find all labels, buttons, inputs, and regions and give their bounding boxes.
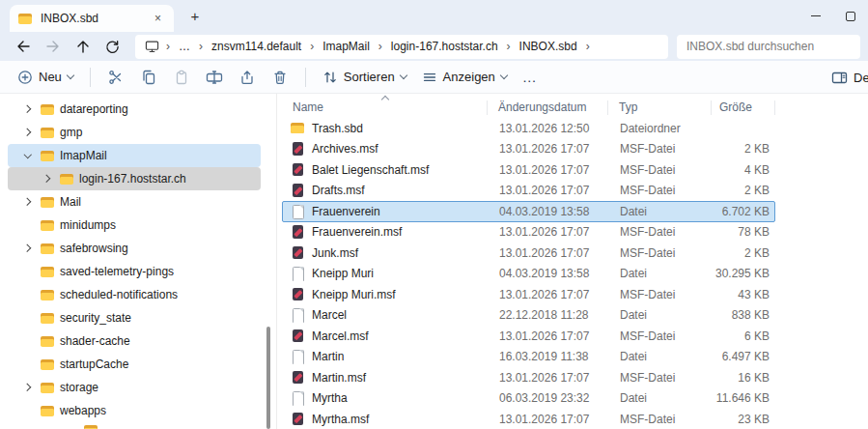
sidebar-item-shader-cache[interactable]: shader-cache — [8, 329, 261, 353]
paste-button[interactable] — [167, 64, 196, 91]
explorer-tab[interactable]: INBOX.sbd × — [10, 5, 174, 32]
delete-button[interactable] — [266, 64, 294, 91]
breadcrumb-segment-imapmail[interactable]: ImapMail — [321, 39, 372, 54]
sidebar-item-saved-telemetry-pings[interactable]: saved-telemetry-pings — [8, 260, 261, 283]
sidebar-item-gmp[interactable]: gmp — [8, 121, 261, 144]
column-header-date[interactable]: Änderungsdatum — [488, 100, 608, 115]
sidebar-item-safebrowsing[interactable]: safebrowsing — [8, 237, 261, 260]
folder-icon — [40, 333, 55, 349]
file-date: 13.01.2026 17:07 — [489, 288, 609, 301]
sidebar-item-label: datareporting — [60, 102, 128, 116]
chevron-separator-icon: › — [199, 40, 203, 53]
file-name: Marcel — [312, 308, 347, 322]
msf-file-icon — [290, 224, 305, 240]
sidebar-item-datareporting[interactable]: datareporting — [8, 98, 261, 121]
file-row[interactable]: Myrtha 06.03.2019 23:32 Datei 11.646 KB — [282, 388, 775, 410]
chevron-slot-empty — [21, 311, 35, 325]
chevron-right-icon[interactable] — [21, 102, 35, 116]
up-button[interactable] — [68, 34, 98, 59]
maximize-icon — [846, 12, 855, 21]
file-size: 16 KB — [713, 371, 774, 385]
chevron-right-icon[interactable] — [21, 126, 35, 139]
sidebar-item-scheduled-notifications[interactable]: scheduled-notifications — [8, 283, 261, 306]
chevron-down-icon[interactable] — [21, 149, 35, 162]
file-row[interactable]: Marcel 22.12.2018 11:28 Datei 838 KB — [282, 305, 775, 327]
sort-button-label: Sortieren — [344, 70, 395, 84]
breadcrumb-segment-profile[interactable]: znsvm114.default — [210, 39, 303, 54]
breadcrumb-segment-server[interactable]: login-167.hoststar.ch — [389, 39, 500, 54]
file-type: MSF-Datei — [609, 329, 713, 343]
column-header-size[interactable]: Größe — [712, 100, 775, 115]
close-tab-icon[interactable]: × — [150, 11, 166, 27]
sidebar-item-label: safebrowsing — [60, 242, 128, 255]
file-row[interactable]: Junk.msf 13.01.2026 17:07 MSF-Datei 2 KB — [282, 243, 775, 264]
sidebar-item-login-167-hoststar-ch[interactable]: login-167.hoststar.ch — [8, 167, 261, 190]
file-row[interactable]: Drafts.msf 13.01.2026 17:07 MSF-Datei 2 … — [282, 181, 775, 202]
rename-button[interactable] — [200, 64, 229, 91]
breadcrumb-segment-inbox[interactable]: INBOX.sbd — [518, 39, 579, 54]
file-name: Junk.msf — [312, 246, 358, 260]
minimize-button[interactable] — [798, 0, 833, 32]
file-row[interactable]: Balet Liegenschaft.msf 13.01.2026 17:07 … — [282, 159, 775, 181]
maximize-button[interactable] — [833, 0, 868, 32]
file-row-selected[interactable]: Frauenverein 04.03.2019 13:58 Datei 6.70… — [282, 201, 775, 222]
back-button[interactable] — [8, 34, 38, 59]
file-row[interactable]: Kneipp Muri 04.03.2019 13:58 Datei 30.29… — [282, 264, 775, 285]
file-type: MSF-Datei — [609, 163, 713, 177]
file-row[interactable]: Myrtha.msf 13.01.2026 17:07 MSF-Datei 23… — [282, 409, 775, 429]
up-arrow-icon — [76, 40, 90, 54]
breadcrumb-collapsed[interactable]: … — [177, 39, 192, 54]
file-row[interactable]: Archives.msf 13.01.2026 17:07 MSF-Datei … — [282, 139, 775, 160]
search-input[interactable] — [677, 40, 860, 53]
sidebar-item-mail[interactable]: Mail — [8, 190, 261, 214]
file-row[interactable]: Frauenverein.msf 13.01.2026 17:07 MSF-Da… — [282, 222, 775, 243]
msf-file-icon — [290, 412, 305, 427]
sidebar-item-storage[interactable]: storage — [8, 376, 261, 399]
sidebar-item-webapps[interactable]: webapps — [8, 399, 261, 422]
refresh-button[interactable] — [98, 34, 127, 59]
sidebar-item-imapmail[interactable]: ImapMail — [8, 144, 261, 167]
cut-button[interactable] — [101, 64, 130, 91]
copy-button[interactable] — [134, 64, 163, 91]
sort-button[interactable]: Sortieren — [315, 64, 414, 91]
folder-icon — [83, 422, 98, 429]
view-button[interactable]: Anzeigen — [414, 64, 515, 91]
sort-arrows-icon — [322, 70, 338, 85]
new-tab-button[interactable]: + — [183, 5, 207, 28]
sidebar-item-security-state[interactable]: security_state — [8, 306, 261, 329]
share-button[interactable] — [233, 64, 262, 91]
forward-button[interactable] — [38, 34, 68, 59]
file-row[interactable]: Martin 16.03.2019 11:38 Datei 6.497 KB — [282, 347, 775, 368]
file-row[interactable]: Martin.msf 13.01.2026 17:07 MSF-Datei 16… — [282, 367, 775, 388]
sidebar-item-label: shader-cache — [60, 334, 130, 348]
sidebar-scrollbar[interactable] — [266, 327, 270, 429]
file-type: Dateiordner — [609, 122, 713, 135]
file-row[interactable]: Trash.sbd 13.01.2026 12:50 Dateiordner — [282, 118, 775, 139]
file-row[interactable]: Marcel.msf 13.01.2026 17:07 MSF-Datei 6 … — [282, 326, 775, 347]
sidebar-item-startupcache[interactable]: startupCache — [8, 353, 261, 376]
file-row[interactable]: Kneipp Muri.msf 13.01.2026 17:07 MSF-Dat… — [282, 284, 775, 305]
minimize-icon — [811, 15, 821, 16]
file-name: Myrtha — [312, 391, 348, 405]
refresh-icon — [105, 40, 120, 54]
chevron-right-icon[interactable] — [21, 195, 35, 209]
chevron-right-icon[interactable] — [21, 381, 35, 394]
more-options-button[interactable]: … — [522, 69, 538, 85]
file-type: Datei — [609, 205, 713, 218]
file-explorer-window: INBOX.sbd × + › … › znsvm114.default › — [0, 0, 868, 429]
navigation-pane: datareporting gmp ImapMail login-167.hos… — [0, 94, 277, 429]
sidebar-item-minidumps[interactable]: minidumps — [8, 214, 261, 237]
details-pane-button[interactable]: Details — [831, 61, 868, 94]
breadcrumb[interactable]: › … › znsvm114.default › ImapMail › logi… — [135, 35, 668, 59]
search-box — [677, 35, 860, 59]
folder-icon — [17, 11, 33, 26]
chevron-down-icon — [500, 72, 508, 79]
sidebar-item-label: scheduled-notifications — [60, 288, 178, 301]
chevron-right-icon[interactable] — [21, 242, 35, 255]
chevron-slot-empty — [21, 288, 35, 301]
column-header-type[interactable]: Typ — [608, 100, 712, 115]
file-size: 23 KB — [713, 413, 774, 426]
file-icon — [290, 349, 305, 364]
new-button[interactable]: Neu — [10, 64, 81, 91]
chevron-right-icon[interactable] — [41, 172, 54, 186]
